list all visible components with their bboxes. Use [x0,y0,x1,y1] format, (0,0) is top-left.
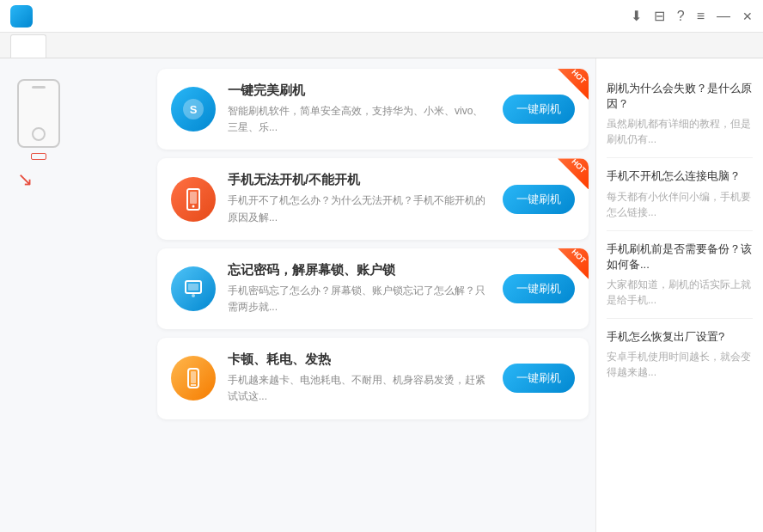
card-card1: HOT S 一键完美刷机 智能刷机软件，简单安全高效，支持华为、小米、vivo、… [157,69,589,150]
card-title-3: 卡顿、耗电、发热 [228,352,491,368]
right-item-desc-2: 大家都知道，刷机的话实际上就是给手机... [607,277,753,308]
flash-button-0[interactable]: 一键刷机 [503,95,575,124]
card-icon-3 [171,356,216,401]
select-model-label[interactable] [31,153,46,160]
card-title-0: 一键完美刷机 [228,83,491,99]
right-item-1[interactable]: 手机不开机怎么连接电脑？ 每天都有小伙伴问小编，手机要怎么链接... [607,158,753,230]
arrow-icon: ↘ [17,168,33,191]
box-icon[interactable]: ⊟ [654,8,665,24]
phone-icon [17,79,60,148]
svg-point-4 [192,205,195,207]
arrow-hint: ↘ [17,168,36,191]
right-item-0[interactable]: 刷机为什么会失败？是什么原因？ 虽然刷机都有详细的教程，但是刷机仍有... [607,70,753,158]
phone-selector [17,79,60,160]
right-panel: 刷机为什么会失败？是什么原因？ 虽然刷机都有详细的教程，但是刷机仍有... 手机… [595,58,763,532]
card-desc-2: 手机密码忘了怎么办？屏幕锁、账户锁忘记了怎么解？只需两步就... [228,283,491,315]
right-item-title-2: 手机刷机前是否需要备份？该如何备... [607,242,753,272]
card-title-1: 手机无法开机/不能开机 [228,172,491,188]
center-panel: HOT S 一键完美刷机 智能刷机软件，简单安全高效，支持华为、小米、vivo、… [150,58,595,532]
hot-text: HOT [570,248,588,265]
svg-text:S: S [190,103,198,116]
right-item-2[interactable]: 手机刷机前是否需要备份？该如何备... 大家都知道，刷机的话实际上就是给手机..… [607,231,753,319]
download-icon[interactable]: ⬇ [631,8,642,24]
card-desc-3: 手机越来越卡、电池耗电、不耐用、机身容易发烫，赶紧试试这... [228,372,491,405]
hot-text: HOT [570,158,588,174]
main-content: ↘ HOT S 一键完美刷机 智能刷机软件，简单安全高效，支持华为、小米、viv… [0,58,763,532]
card-content-1: 手机无法开机/不能开机 手机开不了机怎么办？为什么无法开机？手机不能开机的原因及… [228,172,491,225]
right-item-3[interactable]: 手机怎么恢复出厂设置? 安卓手机使用时间越长，就会变得越来越... [607,319,753,390]
card-card2: HOT 手机无法开机/不能开机 手机开不了机怎么办？为什么无法开机？手机不能开机… [157,158,589,239]
right-item-desc-3: 安卓手机使用时间越长，就会变得越来越... [607,349,753,380]
card-card3: HOT 忘记密码，解屏幕锁、账户锁 手机密码忘了怎么办？屏幕锁、账户锁忘记了怎么… [157,248,589,329]
card-desc-1: 手机开不了机怎么办？为什么无法开机？手机不能开机的原因及解... [228,193,491,225]
right-item-title-1: 手机不开机怎么连接电脑？ [607,168,753,184]
hot-text: HOT [570,69,588,85]
card-desc-0: 智能刷机软件，简单安全高效，支持华为、小米、vivo、三星、乐... [228,103,491,136]
flash-button-1[interactable]: 一键刷机 [503,185,575,214]
card-icon-2 [171,266,216,311]
window-controls: ⬇ ⊟ ? ≡ — ✕ [631,8,753,24]
left-panel: ↘ [0,58,150,532]
close-icon[interactable]: ✕ [742,9,753,23]
card-icon-1 [171,177,216,222]
menu-icon[interactable]: ≡ [697,9,705,24]
flash-button-3[interactable]: 一键刷机 [503,364,575,393]
card-content-0: 一键完美刷机 智能刷机软件，简单安全高效，支持华为、小米、vivo、三星、乐..… [228,83,491,136]
svg-rect-3 [190,192,197,204]
title-bar: ⬇ ⊟ ? ≡ — ✕ [0,0,763,33]
app-logo [10,5,33,28]
svg-rect-10 [191,371,196,383]
right-item-desc-0: 虽然刷机都有详细的教程，但是刷机仍有... [607,116,753,147]
card-content-2: 忘记密码，解屏幕锁、账户锁 手机密码忘了怎么办？屏幕锁、账户锁忘记了怎么解？只需… [228,262,491,315]
card-content-3: 卡顿、耗电、发热 手机越来越卡、电池耗电、不耐用、机身容易发烫，赶紧试试这... [228,352,491,405]
svg-point-7 [192,294,195,297]
help-icon[interactable]: ? [677,9,685,24]
right-item-desc-1: 每天都有小伙伴问小编，手机要怎么链接... [607,189,753,220]
minimize-icon[interactable]: — [717,9,730,24]
flash-button-2[interactable]: 一键刷机 [503,274,575,303]
card-icon-0: S [171,87,216,131]
card-card4: 卡顿、耗电、发热 手机越来越卡、电池耗电、不耐用、机身容易发烫，赶紧试试这...… [157,338,589,419]
svg-rect-6 [188,284,198,290]
tab-home[interactable] [10,34,46,58]
right-item-title-3: 手机怎么恢复出厂设置? [607,329,753,345]
card-title-2: 忘记密码，解屏幕锁、账户锁 [228,262,491,278]
right-item-title-0: 刷机为什么会失败？是什么原因？ [607,81,753,112]
tab-bar [0,33,763,58]
